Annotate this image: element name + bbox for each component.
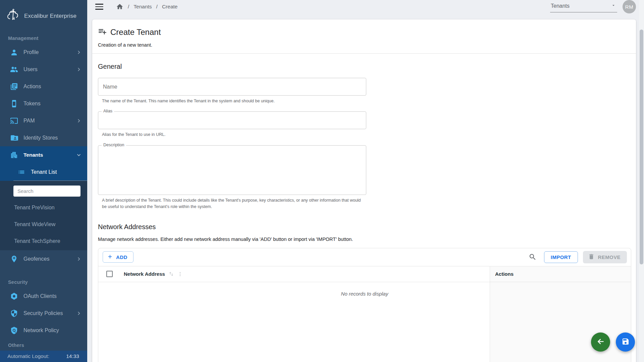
chevron-right-icon bbox=[76, 118, 82, 124]
main-area: / Tenants / Create Tenants RM Create Ten… bbox=[87, 0, 644, 362]
sidebar-item-profile[interactable]: Profile bbox=[0, 44, 87, 61]
description-label: Description bbox=[102, 143, 126, 147]
sidebar-item-label: Tenant List bbox=[31, 169, 57, 175]
back-button[interactable] bbox=[591, 332, 610, 352]
sidebar-item-tokens[interactable]: Tokens bbox=[0, 95, 87, 112]
policy-shield-magnifier-icon bbox=[10, 326, 18, 334]
actions-column-header: Actions bbox=[490, 266, 631, 282]
shield-half-icon bbox=[10, 309, 18, 317]
sidebar-item-tenant-techsphere[interactable]: Tenant TechSphere bbox=[0, 233, 87, 250]
column-label-network-address: Network Address bbox=[124, 271, 165, 277]
network-address-column-header: Network Address bbox=[98, 266, 490, 282]
description-field: Description bbox=[98, 145, 366, 195]
sidebar-item-oauth-clients[interactable]: OAuth Clients bbox=[0, 288, 87, 305]
chevron-right-icon bbox=[76, 310, 82, 316]
brand: Excalibur Enterprise bbox=[0, 0, 87, 32]
section-security: Security bbox=[0, 276, 87, 288]
sidebar-item-label: Network Policy bbox=[23, 327, 59, 333]
caret-down-icon bbox=[611, 3, 616, 9]
alias-input[interactable] bbox=[98, 112, 366, 129]
sidebar-item-security-policies[interactable]: Security Policies bbox=[0, 305, 87, 322]
network-addresses-heading: Network Addresses bbox=[98, 223, 631, 231]
vertical-scrollbar[interactable] bbox=[639, 0, 644, 362]
sidebar-item-actions[interactable]: Actions bbox=[0, 78, 87, 95]
scrollbar-thumb[interactable] bbox=[640, 30, 643, 264]
sidebar-item-tenant-wideview[interactable]: Tenant WideView bbox=[0, 216, 87, 233]
remove-button[interactable]: REMOVE bbox=[583, 251, 627, 263]
smartphone-icon bbox=[10, 100, 18, 108]
sort-icon[interactable] bbox=[168, 271, 174, 277]
arrow-left-icon bbox=[596, 337, 605, 347]
network-addresses-description: Manage network addresses. Either add new… bbox=[98, 237, 631, 242]
plus-icon bbox=[107, 254, 113, 261]
sidebar-item-label: PAM bbox=[23, 118, 35, 124]
general-heading: General bbox=[98, 63, 631, 70]
alias-field: Alias bbox=[98, 111, 366, 129]
empty-state-text: No records to display bbox=[98, 291, 631, 297]
add-button-label: ADD bbox=[116, 254, 127, 260]
select-all-checkbox[interactable] bbox=[106, 271, 113, 277]
cast-screen-icon bbox=[10, 117, 18, 125]
page-title: Create Tenant bbox=[110, 28, 161, 37]
person-icon bbox=[10, 48, 18, 56]
tenants-active-group: Tenants Tenant List bbox=[0, 146, 87, 181]
context-select-value: Tenants bbox=[551, 3, 570, 9]
column-label-actions: Actions bbox=[495, 271, 514, 277]
breadcrumb-separator: / bbox=[156, 4, 158, 10]
menu-hamburger-icon[interactable] bbox=[95, 4, 103, 10]
breadcrumb-item-tenants[interactable]: Tenants bbox=[133, 4, 152, 10]
sidebar-item-users[interactable]: Users bbox=[0, 61, 87, 78]
sidebar-item-geofences[interactable]: Geofences bbox=[0, 250, 87, 267]
playlist-add-icon bbox=[98, 27, 107, 37]
context-select[interactable]: Tenants bbox=[550, 1, 617, 12]
save-button[interactable] bbox=[616, 332, 635, 352]
excalibur-cloud-sword-logo-icon bbox=[6, 8, 20, 24]
sidebar-item-label: Security Policies bbox=[23, 310, 63, 316]
sidebar-item-label: OAuth Clients bbox=[23, 293, 57, 299]
table-toolbar: ADD IMPORT REMOVE bbox=[98, 248, 631, 266]
sidebar-item-label: Users bbox=[23, 66, 38, 72]
description-input[interactable] bbox=[98, 146, 366, 195]
divider bbox=[92, 53, 636, 54]
logout-countdown: 14:33 bbox=[66, 353, 79, 359]
column-menu-dots-icon[interactable] bbox=[177, 271, 183, 277]
home-icon[interactable] bbox=[116, 3, 123, 10]
page-subtitle: Creation of a new tenant. bbox=[98, 42, 631, 48]
card-body: General The name of the Tenant. This nam… bbox=[92, 63, 636, 362]
save-floppy-icon bbox=[622, 338, 630, 347]
tenant-name-input[interactable] bbox=[98, 78, 366, 96]
sidebar-item-label: Identity Stores bbox=[23, 135, 58, 141]
sidebar-item-tenant-prevision[interactable]: Tenant PreVision bbox=[0, 199, 87, 216]
topbar-right: Tenants RM bbox=[550, 0, 636, 13]
people-icon bbox=[10, 65, 18, 73]
tenant-name-label: Tenant TechSphere bbox=[14, 238, 60, 244]
logout-label: Automatic Logout: bbox=[7, 353, 49, 359]
breadcrumb-separator: / bbox=[128, 4, 129, 10]
table-body: No records to display bbox=[98, 282, 631, 362]
sidebar-item-identity-stores[interactable]: Identity Stores bbox=[0, 129, 87, 146]
sidebar-item-network-policy[interactable]: Network Policy bbox=[0, 322, 87, 339]
avatar[interactable]: RM bbox=[623, 0, 636, 13]
network-addresses-table-panel: ADD IMPORT REMOVE bbox=[98, 248, 631, 362]
breadcrumb: / Tenants / Create bbox=[116, 3, 177, 10]
import-button[interactable]: IMPORT bbox=[544, 251, 578, 263]
trash-icon bbox=[588, 253, 595, 261]
chevron-right-icon bbox=[76, 49, 82, 55]
sidebar-item-tenant-list[interactable]: Tenant List bbox=[0, 163, 87, 180]
automatic-logout-bar: Automatic Logout: 14:33 bbox=[0, 351, 87, 362]
tenant-search-input[interactable] bbox=[13, 186, 80, 197]
sidebar-item-pam[interactable]: PAM bbox=[0, 112, 87, 129]
create-tenant-card: Create Tenant Creation of a new tenant. … bbox=[92, 19, 636, 362]
sidebar-item-label: Actions bbox=[23, 84, 41, 90]
add-button[interactable]: ADD bbox=[103, 251, 133, 263]
topbar: / Tenants / Create Tenants RM bbox=[87, 0, 644, 13]
app-root: Excalibur Enterprise Management Profile … bbox=[0, 0, 644, 362]
search-icon[interactable] bbox=[527, 252, 538, 262]
sidebar-item-tenants[interactable]: Tenants bbox=[0, 146, 87, 163]
chevron-down-icon bbox=[76, 152, 82, 158]
sidebar-item-label: Tenants bbox=[23, 152, 43, 158]
breadcrumb-item-create[interactable]: Create bbox=[162, 4, 178, 10]
alias-helper-text: Alias for the Tenant to use in URL. bbox=[102, 132, 631, 138]
tenants-submenu: Tenant PreVision Tenant WideView Tenant … bbox=[0, 181, 87, 250]
sidebar-item-label: Profile bbox=[23, 49, 39, 55]
